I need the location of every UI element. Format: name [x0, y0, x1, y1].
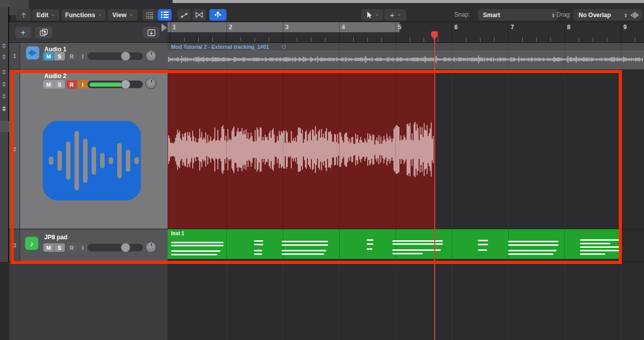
zoom-chevrons[interactable] [2, 43, 6, 48]
snap-select[interactable]: Smart ▲▼ [478, 9, 558, 21]
chevron-down-icon [2, 73, 6, 75]
volume-slider[interactable] [88, 52, 143, 60]
playhead-pin-icon [214, 11, 222, 19]
ruler-tick [424, 37, 424, 42]
waveform-zoom-button[interactable] [627, 9, 642, 21]
grid-icon [146, 12, 153, 19]
chevron-up-icon [2, 82, 6, 84]
ruler-tick [198, 37, 199, 42]
drag-label: Drag: [556, 11, 571, 18]
automation-button[interactable] [177, 9, 191, 21]
ruler-tick [311, 37, 311, 42]
lanes-icon [161, 12, 169, 18]
region-grid-line [565, 43, 565, 70]
ruler-tick [635, 37, 635, 42]
secondary-tool-button[interactable]: + ⌄ [384, 9, 407, 21]
catch-playhead-button[interactable] [209, 9, 226, 21]
ruler-tick [410, 37, 410, 42]
strip-segment [0, 262, 9, 340]
drag-value: No Overlap [579, 12, 611, 19]
ruler-tick [269, 37, 269, 42]
pan-knob[interactable] [145, 50, 156, 61]
ruler-tick [325, 37, 326, 42]
automation-curve-icon [180, 12, 188, 19]
ruler-tick [297, 37, 297, 42]
ruler-tick [536, 37, 537, 42]
pointer-tool-button[interactable]: ⌄ [361, 9, 383, 21]
up-down-chevrons-icon: ▲▼ [552, 13, 555, 18]
ruler-bar-line [621, 22, 621, 43]
selection-rectangle-annotation [11, 70, 622, 264]
region-grid-line [452, 43, 452, 70]
functions-menu-button[interactable]: Functions⌄ [61, 9, 106, 21]
ruler-bar-number: 6 [454, 24, 458, 31]
region-grid-line [283, 43, 283, 70]
duplicate-track-button[interactable] [35, 27, 52, 38]
view-menu-button[interactable]: View⌄ [108, 9, 138, 21]
marquee-button[interactable] [192, 9, 206, 21]
add-track-button[interactable]: + [15, 27, 31, 38]
zoom-chevrons[interactable] [2, 94, 6, 99]
volume-knob[interactable] [121, 51, 130, 61]
ruler-tick [184, 37, 185, 42]
pan-tick [151, 52, 152, 55]
solo-button[interactable]: S [54, 52, 65, 60]
strip-segment [0, 0, 9, 7]
audio-region-track1[interactable]: Mod Tutorial 2 - External tracking_1#01 [168, 43, 644, 70]
region-grid-line [621, 43, 621, 70]
track-lanes-view-button[interactable] [157, 9, 172, 21]
chevron-down-icon [2, 57, 6, 59]
bar-ruler[interactable]: 123456789 [168, 22, 644, 43]
mute-solo-group: M S [43, 52, 65, 60]
ruler-highlight-strip [168, 22, 399, 32]
ruler-bar-number: 3 [285, 24, 289, 31]
track-header-options-button[interactable] [143, 27, 159, 38]
pointer-cursor-icon [366, 11, 372, 19]
chevron-up-icon [2, 70, 6, 72]
ruler-bar-number: 1 [173, 24, 176, 31]
zoom-chevrons[interactable] [2, 54, 6, 59]
box-down-arrow-icon [147, 29, 155, 36]
chevron-down-icon: ⌄ [375, 11, 379, 17]
ruler-tick [579, 37, 579, 42]
plus-tool-icon: + [390, 11, 394, 19]
playhead-marker[interactable] [430, 31, 439, 41]
chevron-up-icon [2, 94, 6, 96]
track-zoom-strip [0, 0, 9, 340]
ruler-bar-line [508, 22, 509, 43]
ruler-tick [255, 37, 255, 42]
chevron-down-icon [2, 46, 6, 48]
track-header-audio1[interactable]: 1 Audio 1 M S R I [9, 43, 168, 70]
ruler-bar-line [395, 22, 396, 43]
track-number: 1 [9, 53, 20, 59]
waveform-track1 [168, 43, 644, 70]
audio-track-icon[interactable] [26, 46, 39, 59]
mute-button[interactable]: M [43, 52, 54, 60]
region-grid-line [508, 43, 509, 70]
edit-menu-label: Edit [37, 12, 49, 19]
drag-select[interactable]: No Overlap ▲▼ [574, 9, 630, 21]
snap-value: Smart [483, 12, 500, 19]
snap-label: Snap: [454, 11, 470, 18]
zoom-chevrons[interactable] [2, 106, 6, 111]
functions-menu-label: Functions [65, 12, 95, 19]
chevron-up-icon [2, 54, 6, 56]
ruler-tick [353, 37, 354, 42]
chevron-up-icon [2, 43, 6, 45]
ruler-tick [593, 37, 593, 42]
input-monitor-button[interactable]: I [77, 52, 88, 60]
strip-segment [0, 121, 9, 132]
ruler-tick [494, 37, 495, 42]
ruler-bar-number: 2 [229, 24, 232, 31]
waveform-bars-icon [28, 49, 37, 57]
region-grid-line [226, 43, 227, 70]
zoom-chevrons[interactable] [2, 82, 6, 87]
record-enable-button[interactable]: R [66, 52, 77, 60]
edit-menu-button[interactable]: Edit⌄ [32, 9, 59, 21]
back-arrow-button[interactable] [16, 9, 31, 21]
zoom-chevrons[interactable] [2, 70, 6, 75]
ruler-tick [466, 37, 466, 42]
chevron-down-icon [2, 109, 6, 111]
ruler-bar-number: 8 [567, 24, 571, 31]
grid-view-button[interactable] [142, 9, 156, 21]
